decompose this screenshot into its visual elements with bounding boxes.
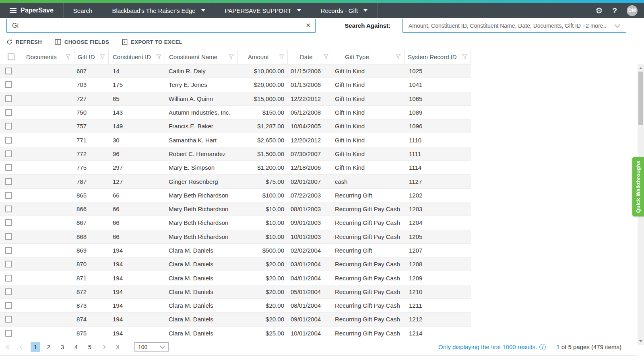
row-checkbox[interactable] <box>5 95 12 102</box>
select-all-checkbox[interactable] <box>8 53 14 60</box>
next-page-button[interactable] <box>99 342 109 352</box>
chevron-down-icon <box>615 24 620 28</box>
nav-item-papersave-support[interactable]: PAPERSAVE SUPPORT <box>215 3 311 18</box>
table-row[interactable]: 872194Clara M. Daniels$20.0005/01/2004Re… <box>0 285 471 299</box>
last-page-button[interactable] <box>112 342 122 352</box>
row-checkbox[interactable] <box>5 192 12 199</box>
table-row[interactable]: 703175Terry E. Jones$20,000.0001/13/2006… <box>0 78 471 92</box>
column-header-system-record-id[interactable]: System Record ID <box>405 49 471 64</box>
row-checkbox[interactable] <box>5 137 12 144</box>
column-header-documents[interactable]: Documents <box>22 49 74 64</box>
clear-search-icon[interactable]: ✕ <box>305 22 311 29</box>
table-row[interactable]: 86866Mary Beth Richardson$10.0010/01/200… <box>0 230 471 244</box>
table-row[interactable]: 787127Ginger Rosenberg$75.0002/01/2007ca… <box>0 175 471 188</box>
info-icon[interactable]: i <box>539 344 546 350</box>
choose-fields-button[interactable]: CHOOSE FIELDS <box>55 39 109 45</box>
hamburger-icon <box>10 7 17 14</box>
row-checkbox[interactable] <box>5 164 12 171</box>
row-checkbox[interactable] <box>5 68 12 74</box>
cell-constituent-name: Mary Beth Richardson <box>165 192 237 199</box>
row-checkbox[interactable] <box>5 247 12 254</box>
page-button-3[interactable]: 3 <box>57 342 68 352</box>
cell-date: 10/01/2004 <box>288 330 332 337</box>
table-row[interactable]: 750143Autumn Industries, Inc.$150.0005/1… <box>0 106 471 119</box>
results-limit-link[interactable]: Only displaying the first 1000 results. … <box>438 343 546 350</box>
filter-funnel-icon[interactable] <box>279 54 284 59</box>
row-checkbox-cell <box>0 106 22 119</box>
quick-walkthroughs-tab[interactable]: Quick Walkthroughs <box>632 157 644 216</box>
nav-papersave-menu[interactable]: PaperSave <box>0 3 64 18</box>
avatar[interactable]: DM <box>627 5 638 16</box>
row-checkbox[interactable] <box>5 81 12 88</box>
column-header-constituent-name[interactable]: Constituent Name <box>165 49 237 64</box>
filter-funnel-icon[interactable] <box>323 54 328 59</box>
column-header-constituent-id[interactable]: Constituent ID <box>109 49 165 64</box>
row-checkbox[interactable] <box>5 123 12 130</box>
table-row[interactable]: 86766Mary Beth Richardson$10.0009/01/200… <box>0 216 471 230</box>
table-row[interactable]: 77130Samantha K. Hart$2,650.0012/20/2012… <box>0 133 471 147</box>
filter-funnel-icon[interactable] <box>156 54 161 59</box>
nav-item-records-gift[interactable]: Records - Gift <box>311 3 378 18</box>
first-page-button[interactable] <box>3 342 14 352</box>
cell-constituent-id: 66 <box>109 219 165 226</box>
row-checkbox[interactable] <box>5 219 12 226</box>
column-header-gift-id[interactable]: Gift ID <box>74 49 109 64</box>
page-size-select[interactable]: 100 <box>134 342 169 352</box>
help-icon[interactable]: ? <box>612 7 617 14</box>
column-header-date[interactable]: Date <box>288 49 332 64</box>
scroll-up-icon[interactable] <box>639 67 642 69</box>
scroll-down-icon[interactable] <box>639 340 642 342</box>
column-header-gift-type[interactable]: Gift Type <box>332 49 405 64</box>
chevron-down-icon <box>160 346 165 349</box>
row-checkbox[interactable] <box>5 178 12 185</box>
table-row[interactable]: 869194Clara M. Daniels$500.0002/02/2004R… <box>0 244 471 257</box>
page-button-1[interactable]: 1 <box>31 342 40 352</box>
table-row[interactable]: 874194Clara M. Daniels$20.0009/01/2004Re… <box>0 313 471 326</box>
row-checkbox[interactable] <box>5 330 12 337</box>
search-input[interactable] <box>6 19 316 33</box>
refresh-button[interactable]: REFRESH <box>6 39 42 45</box>
row-checkbox[interactable] <box>5 275 12 282</box>
row-checkbox[interactable] <box>5 261 12 267</box>
gear-icon[interactable]: ⚙ <box>595 6 603 14</box>
table-row[interactable]: 775297Mary E. Simpson$1,200.0012/18/2006… <box>0 161 471 175</box>
scrollbar-thumb[interactable] <box>638 72 643 125</box>
cell-gift-id: 866 <box>74 206 109 212</box>
filter-funnel-icon[interactable] <box>66 54 71 59</box>
row-checkbox[interactable] <box>5 302 12 309</box>
row-checkbox[interactable] <box>5 150 12 157</box>
table-row[interactable]: 77296Robert C. Hernandez$1,500.0007/30/2… <box>0 147 471 161</box>
cell-gift-id: 771 <box>74 137 109 144</box>
table-row[interactable]: 870194Clara M. Daniels$20.0003/01/2004Re… <box>0 257 471 271</box>
filter-funnel-icon[interactable] <box>229 54 234 59</box>
table-row[interactable]: 873194Clara M. Daniels$20.0008/01/2004Re… <box>0 299 471 313</box>
column-header-amount[interactable]: Amount <box>237 49 288 64</box>
page-button-5[interactable]: 5 <box>85 342 95 352</box>
table-row[interactable]: 86566Mary Beth Richardson$100.0007/22/20… <box>0 189 471 202</box>
nav-item-search[interactable]: Search <box>64 3 103 18</box>
row-checkbox[interactable] <box>5 109 12 116</box>
row-checkbox[interactable] <box>5 206 12 212</box>
search-against-dropdown[interactable]: Amount, Constituent ID, Constituent Name… <box>402 19 626 33</box>
page-button-4[interactable]: 4 <box>71 342 81 352</box>
cell-gift-type: Recurring Gift Pay Cash <box>332 206 405 212</box>
nav-item-raisers-edge[interactable]: Blackbaud's The Raiser's Edge <box>102 3 215 18</box>
table-row[interactable]: 875194Clara M. Daniels$25.0010/01/2004Re… <box>0 327 471 339</box>
page-button-2[interactable]: 2 <box>43 342 54 352</box>
filter-funnel-icon[interactable] <box>396 54 401 59</box>
cell-constituent-id: 65 <box>109 95 165 102</box>
row-checkbox[interactable] <box>5 316 12 323</box>
table-row[interactable]: 72765William A. Quinn$15,000.0012/22/201… <box>0 92 471 106</box>
filter-funnel-icon[interactable] <box>462 54 467 59</box>
export-to-excel-button[interactable]: x EXPORT TO EXCEL <box>122 39 182 45</box>
filter-funnel-icon[interactable] <box>100 54 105 59</box>
table-row[interactable]: 871194Clara M. Daniels$20.0004/01/2004Re… <box>0 271 471 285</box>
table-row[interactable]: 68714Catlin R. Daly$10,000.0001/15/2006G… <box>0 64 471 78</box>
prev-page-button[interactable] <box>16 342 27 352</box>
table-row[interactable]: 757149Francis E. Baker$1,287.0010/04/200… <box>0 119 471 133</box>
row-checkbox[interactable] <box>5 288 12 295</box>
table-row[interactable]: 86666Mary Beth Richardson$10.0008/01/200… <box>0 202 471 216</box>
row-checkbox[interactable] <box>5 233 12 240</box>
cell-constituent-id: 194 <box>109 330 165 337</box>
cell-constituent-name: Terry E. Jones <box>165 81 237 88</box>
